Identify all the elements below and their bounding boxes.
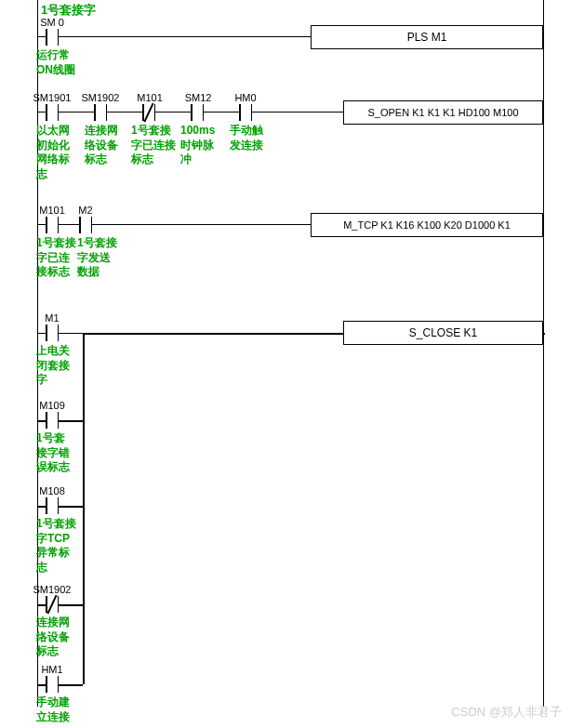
output-box: S_OPEN K1 K1 K1 HD100 M100 [343,100,543,125]
contact-description: 1号套接 字TCP 异常标 志 [36,517,77,575]
contact [239,104,252,121]
contact-description: 100ms 时钟脉 冲 [180,124,219,167]
contact-description: 连接网 络设备 标志 [36,615,73,659]
rung-1: SM 0 运行常 ON线圈 PLS M1 [38,36,543,37]
contact-address: HM0 [230,92,261,103]
output-box: PLS M1 [311,25,543,49]
watermark: CSDN @郑人非君子 [451,704,562,721]
rung-2: SM1901 以太网 初始化 网络标 志 SM1902 连接网 络设备 标志 M… [38,112,543,113]
contact [191,104,204,121]
contact-nc [142,104,155,121]
contact [46,324,59,341]
output-box: S_CLOSE K1 [343,321,543,345]
contact-address: SM12 [179,92,217,103]
contact [46,104,59,121]
contact-address: M108 [36,485,68,496]
contact [94,104,107,121]
contact-address: SM1902 [79,92,122,103]
contact [46,217,59,233]
contact-address: HM1 [36,664,68,675]
contact-description: 以太网 初始化 网络标 志 [36,124,75,181]
contact [79,217,92,233]
contact-description: 上电关 闭套接 字 [36,344,73,388]
contact-address: M109 [36,400,68,411]
contact-description: 连接网 络设备 标志 [85,124,124,167]
contact-nc [46,596,59,613]
contact [46,412,59,429]
rung-3: M101 1号套接 字已连 接标志 M2 1号套接 字发送 数据 M_TCP K… [38,224,543,225]
contact-description: 手动建 立连接 [36,695,73,724]
contact-description: 1号套接 字发送 数据 [77,236,118,280]
contact [46,497,59,514]
contact-address: M1 [40,312,64,324]
contact-description: 运行常 ON线圈 [36,48,77,77]
contact [46,676,59,693]
contact-address: SM 0 [36,17,68,28]
contact-address: SM1902 [31,584,73,595]
contact-address: M101 [36,205,68,216]
contact-description: 1号套 接字错 误标志 [36,431,70,475]
output-box: M_TCP K1 K16 K100 K20 D1000 K1 [311,213,543,237]
contact-address: M2 [73,205,98,216]
contact [46,29,59,46]
contact-address: M101 [131,92,168,103]
ladder-diagram: SM 0 运行常 ON线圈 PLS M1 SM1901 以太网 初始化 网络标 … [37,0,544,707]
contact-address: SM1901 [31,92,73,103]
contact-description: 1号套接 字已连 接标志 [36,236,77,280]
contact-description: 手动触 发连接 [230,124,269,152]
contact-description: 1号套接 字已连接 标志 [131,124,179,167]
